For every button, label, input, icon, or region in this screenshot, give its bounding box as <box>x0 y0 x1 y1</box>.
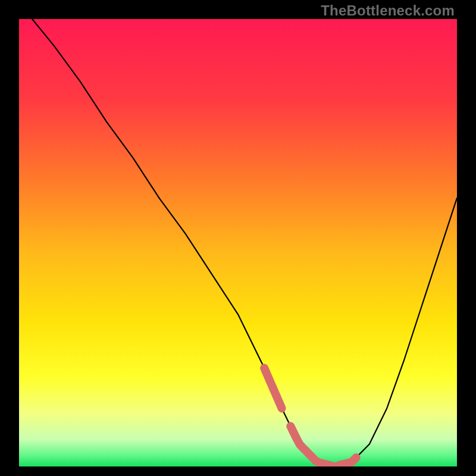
chart-frame <box>19 19 457 466</box>
attribution-text: TheBottleneck.com <box>321 2 455 19</box>
chart-svg <box>19 19 457 466</box>
gradient-background <box>19 19 457 466</box>
